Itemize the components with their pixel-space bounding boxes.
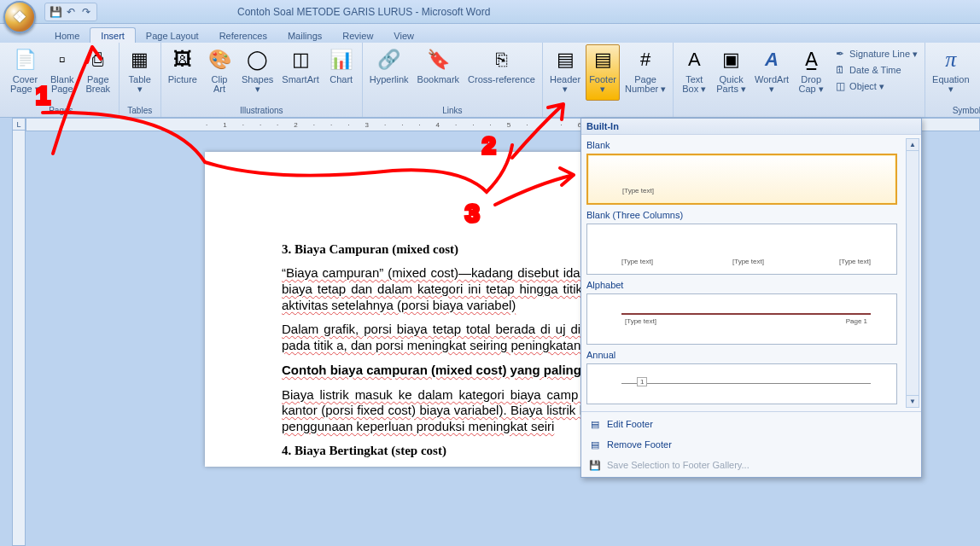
- blank-page-button[interactable]: ▫Blank Page: [45, 44, 79, 101]
- group-tables: ▦Table ▾ Tables: [120, 43, 161, 117]
- quick-access-toolbar: 💾 ↶ ↷: [44, 3, 97, 21]
- gallery-item-label-blank3: Blank (Three Columns): [586, 210, 916, 220]
- group-label-symbols: Symbols: [929, 105, 980, 117]
- group-label-tables: Tables: [123, 105, 157, 117]
- gallery-body: ▲ ▼ Blank [Type text] Blank (Three Colum…: [581, 135, 921, 411]
- signature-icon: ✒: [833, 47, 847, 61]
- quick-parts-button[interactable]: ▣Quick Parts ▾: [713, 44, 750, 101]
- gallery-item-label-alphabet: Alphabet: [586, 280, 916, 290]
- symbol-button[interactable]: ΩSym: [975, 44, 980, 101]
- qat-redo-icon[interactable]: ↷: [79, 5, 93, 19]
- hyperlink-button[interactable]: 🔗Hyperlink: [366, 44, 412, 101]
- tab-mailings[interactable]: Mailings: [277, 28, 332, 43]
- gallery-item-alphabet[interactable]: [Type text] Page 1: [586, 293, 897, 345]
- smartart-icon: ◫: [287, 46, 314, 73]
- tab-references[interactable]: References: [209, 28, 277, 43]
- cross-reference-button[interactable]: ⎘Cross-reference: [464, 44, 539, 101]
- text-box-button[interactable]: AText Box ▾: [677, 44, 711, 101]
- remove-footer-menu-item[interactable]: ▤Remove Footer: [581, 434, 921, 455]
- footer-icon: ▤: [589, 46, 616, 73]
- gallery-item-annual[interactable]: 1: [586, 363, 897, 404]
- group-illustrations: 🖼Picture 🎨Clip Art ◯Shapes ▾ ◫SmartArt 📊…: [161, 43, 363, 117]
- gallery-item-label-blank: Blank: [586, 140, 916, 150]
- scroll-up-icon[interactable]: ▲: [907, 139, 919, 151]
- footer-gallery-dropdown: Built-In ▲ ▼ Blank [Type text] Blank (Th…: [580, 118, 922, 478]
- placeholder-text: [Type text]: [621, 258, 653, 265]
- gallery-footer-menu: ▤Edit Footer ▤Remove Footer 💾Save Select…: [581, 411, 921, 477]
- page-number-icon: #: [632, 46, 659, 73]
- save-gallery-icon: 💾: [588, 458, 602, 472]
- office-logo-icon: ❖: [13, 8, 26, 26]
- footer-button[interactable]: ▤Footer ▾: [586, 44, 620, 101]
- group-label-illustrations: Illustrations: [165, 105, 359, 117]
- tab-insert[interactable]: Insert: [90, 27, 136, 43]
- document-area: L ·1···2···3···4···5···6···7···8 3. Biay…: [0, 118, 980, 546]
- bookmark-icon: 🔖: [424, 46, 452, 73]
- bookmark-button[interactable]: 🔖Bookmark: [414, 44, 464, 101]
- date-icon: 🗓: [833, 63, 847, 77]
- gallery-item-blank[interactable]: [Type text]: [586, 154, 897, 205]
- qat-undo-icon[interactable]: ↶: [64, 5, 78, 19]
- chart-icon: 📊: [328, 46, 355, 73]
- cover-page-button[interactable]: 📄Cover Page ▾: [7, 44, 44, 101]
- clip-art-icon: 🎨: [206, 46, 233, 73]
- placeholder-text: [Type text]: [732, 258, 764, 265]
- window-title: Contoh Soal METODE GARIS LURUS - Microso…: [237, 6, 490, 18]
- gallery-header: Built-In: [581, 119, 921, 135]
- wordart-icon: A: [758, 46, 785, 73]
- group-header-footer: ▤Header ▾ ▤Footer ▾ #Page Number ▾ Heade…: [543, 43, 674, 117]
- quick-parts-icon: ▣: [718, 46, 745, 73]
- cover-page-icon: 📄: [11, 46, 38, 73]
- header-icon: ▤: [551, 46, 579, 73]
- picture-button[interactable]: 🖼Picture: [165, 44, 201, 101]
- page-indicator: Page 1: [846, 317, 867, 325]
- page-number-button[interactable]: #Page Number ▾: [621, 44, 669, 101]
- drop-cap-button[interactable]: A̲Drop Cap ▾: [794, 44, 828, 101]
- remove-footer-icon: ▤: [588, 438, 602, 451]
- clip-art-button[interactable]: 🎨Clip Art: [202, 44, 236, 101]
- page-break-button[interactable]: ⎙Page Break: [81, 44, 115, 101]
- drop-cap-icon: A̲: [797, 46, 825, 73]
- tab-review[interactable]: Review: [332, 28, 383, 43]
- date-time-button[interactable]: 🗓Date & Time: [831, 62, 919, 78]
- ribbon-tabs: Home Insert Page Layout References Maili…: [0, 24, 980, 43]
- edit-footer-icon: ▤: [588, 417, 602, 431]
- title-bar: ❖ 💾 ↶ ↷ Contoh Soal METODE GARIS LURUS -…: [0, 0, 980, 24]
- hyperlink-icon: 🔗: [376, 46, 403, 73]
- placeholder-text: [Type text]: [839, 258, 871, 265]
- gallery-item-label-annual: Annual: [586, 350, 916, 360]
- object-icon: ◫: [833, 79, 847, 93]
- edit-footer-menu-item[interactable]: ▤Edit Footer: [581, 414, 921, 434]
- table-button[interactable]: ▦Table ▾: [123, 44, 157, 101]
- scroll-down-icon[interactable]: ▼: [907, 395, 919, 407]
- equation-icon: π: [937, 46, 965, 73]
- object-button[interactable]: ◫Object ▾: [831, 78, 919, 94]
- header-button[interactable]: ▤Header ▾: [546, 44, 584, 101]
- gallery-item-blank-three-columns[interactable]: [Type text] [Type text] [Type text]: [586, 224, 897, 275]
- save-to-gallery-menu-item: 💾Save Selection to Footer Gallery...: [581, 455, 921, 475]
- gallery-scrollbar[interactable]: ▲ ▼: [906, 138, 919, 408]
- blank-page-icon: ▫: [49, 46, 76, 73]
- group-symbols: πEquation ▾ ΩSym Symbols: [925, 43, 980, 117]
- text-box-icon: A: [680, 46, 708, 73]
- table-icon: ▦: [126, 46, 154, 73]
- office-button[interactable]: ❖: [3, 1, 36, 33]
- tab-home[interactable]: Home: [44, 28, 90, 43]
- group-pages: 📄Cover Page ▾ ▫Blank Page ⎙Page Break Pa…: [3, 43, 120, 117]
- group-links: 🔗Hyperlink 🔖Bookmark ⎘Cross-reference Li…: [363, 43, 543, 117]
- ribbon: 📄Cover Page ▾ ▫Blank Page ⎙Page Break Pa…: [0, 43, 980, 118]
- smartart-button[interactable]: ◫SmartArt: [278, 44, 322, 101]
- group-label-links: Links: [366, 105, 539, 117]
- vertical-ruler[interactable]: [12, 130, 26, 546]
- cross-ref-icon: ⎘: [488, 46, 516, 73]
- tab-page-layout[interactable]: Page Layout: [136, 28, 209, 43]
- signature-line-button[interactable]: ✒Signature Line ▾: [831, 46, 919, 61]
- tab-view[interactable]: View: [383, 28, 424, 43]
- placeholder-text: [Type text]: [625, 317, 656, 325]
- chart-button[interactable]: 📊Chart: [324, 44, 359, 101]
- wordart-button[interactable]: AWordArt ▾: [751, 44, 792, 101]
- qat-save-icon[interactable]: 💾: [49, 5, 62, 19]
- equation-button[interactable]: πEquation ▾: [929, 44, 972, 101]
- picture-icon: 🖼: [169, 46, 196, 73]
- shapes-button[interactable]: ◯Shapes ▾: [238, 44, 277, 101]
